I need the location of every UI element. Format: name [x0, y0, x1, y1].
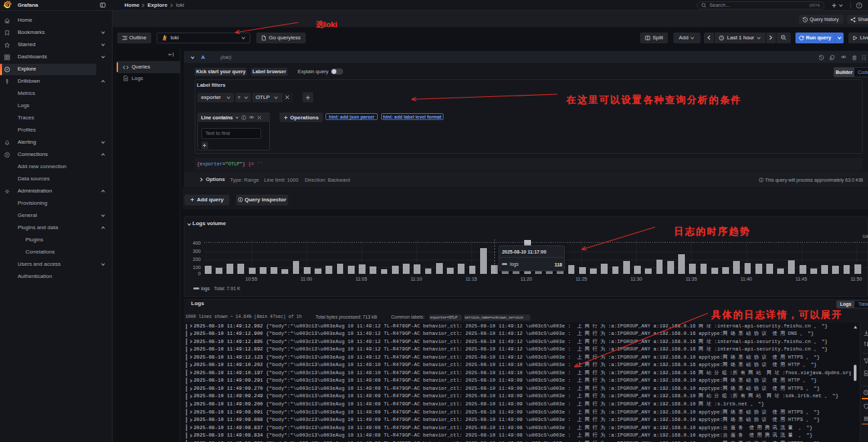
svg-text:?: ? [858, 3, 861, 7]
